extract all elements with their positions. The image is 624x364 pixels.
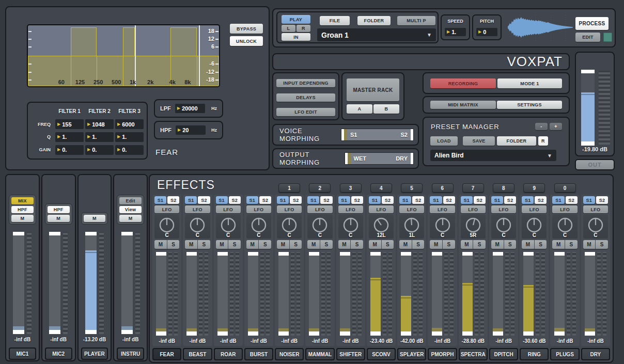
play-button[interactable]: PLAY	[282, 15, 310, 24]
s1-button[interactable]: S1	[552, 196, 564, 204]
effect-tab-ring[interactable]: RING	[520, 348, 549, 360]
folder-button[interactable]: FOLDER	[357, 16, 391, 25]
preset-reload-button[interactable]: R	[538, 136, 548, 146]
recording-button[interactable]: RECORDING	[430, 78, 496, 88]
filter-value[interactable]: ▶1048	[85, 119, 114, 129]
pan-knob[interactable]	[219, 215, 238, 234]
settings-button[interactable]: SETTINGS	[497, 101, 562, 109]
fader-handle[interactable]	[156, 331, 166, 336]
s1-button[interactable]: S1	[338, 196, 350, 204]
solo-button[interactable]: S	[596, 240, 608, 249]
eq-raised-band[interactable]	[170, 27, 197, 56]
solo-button[interactable]: S	[473, 240, 486, 249]
m-button[interactable]: M	[48, 215, 70, 222]
input-depending-button[interactable]: INPUT DEPENDING	[276, 79, 335, 87]
s2-button[interactable]: S2	[474, 196, 486, 204]
filter-value[interactable]: ▶155	[55, 119, 84, 129]
m-button[interactable]: M	[84, 215, 106, 222]
fader-handle[interactable]	[186, 331, 197, 336]
channel-left-button[interactable]: L	[282, 25, 295, 32]
pan-knob[interactable]	[524, 215, 544, 234]
channel-fader[interactable]	[554, 252, 565, 336]
filter-value[interactable]: ▶1.	[115, 132, 144, 142]
lfo-button[interactable]: LFO	[583, 205, 608, 213]
effect-tab-burst[interactable]: BURST	[244, 348, 273, 360]
m-button[interactable]: M	[119, 215, 142, 222]
process-button[interactable]: PROCESS	[575, 17, 609, 30]
channel-fader[interactable]	[217, 252, 228, 336]
channel-fader[interactable]	[523, 252, 534, 336]
mute-button[interactable]: M	[552, 240, 565, 249]
slider-handle[interactable]	[411, 153, 413, 164]
fader-handle[interactable]	[278, 331, 289, 336]
strip-number-button[interactable]: 8	[493, 183, 514, 193]
filter-value[interactable]: ▶1.	[55, 132, 84, 142]
edit-button[interactable]: Edit	[119, 197, 142, 204]
mix-button[interactable]: MIX	[11, 197, 34, 204]
pan-knob[interactable]	[402, 215, 422, 234]
solo-button[interactable]: S	[504, 240, 517, 249]
filter-value[interactable]: ▶0.	[55, 145, 84, 155]
output-fader-track[interactable]	[581, 70, 595, 146]
lfo-button[interactable]: LFO	[154, 205, 179, 213]
hpf-button[interactable]: HPF	[11, 206, 34, 213]
s2-button[interactable]: S2	[382, 196, 394, 204]
s1-button[interactable]: S1	[216, 196, 228, 204]
fader-handle[interactable]	[523, 331, 534, 336]
lfo-button[interactable]: LFO	[399, 205, 424, 213]
solo-button[interactable]: S	[228, 240, 241, 249]
speed-value[interactable]: ▶1.	[445, 28, 466, 36]
s1-button[interactable]: S1	[430, 196, 442, 204]
edit-color-swatch[interactable]	[603, 33, 612, 42]
channel-fader[interactable]	[121, 232, 133, 334]
pan-knob[interactable]	[463, 215, 483, 234]
s2-button[interactable]: S2	[259, 196, 271, 204]
s2-button[interactable]: S2	[596, 196, 608, 204]
hpf-value[interactable]: ▶20	[176, 125, 206, 135]
s1-button[interactable]: S1	[491, 196, 503, 204]
mute-button[interactable]: M	[277, 240, 289, 249]
fader-handle[interactable]	[309, 331, 319, 336]
mute-button[interactable]: M	[246, 240, 259, 249]
fader-handle[interactable]	[462, 331, 473, 336]
strip-number-button[interactable]: 1	[278, 183, 300, 193]
channel-fader[interactable]	[340, 252, 350, 336]
effect-tab-splayer[interactable]: SPLAYER	[397, 348, 426, 360]
strip-label-mic2[interactable]: MIC2	[45, 347, 72, 360]
pan-knob[interactable]	[586, 215, 605, 234]
fader-handle[interactable]	[554, 331, 565, 336]
s2-button[interactable]: S2	[290, 196, 302, 204]
effect-tab-mammal[interactable]: MAMMAL	[305, 348, 334, 360]
s2-button[interactable]: S2	[566, 196, 578, 204]
s1-button[interactable]: S1	[185, 196, 197, 204]
mute-button[interactable]: M	[154, 240, 167, 249]
multi-p-button[interactable]: MULTI P	[397, 16, 435, 25]
strip-number-button[interactable]: 4	[370, 183, 392, 193]
effect-tab-spectra[interactable]: SPECTRA	[459, 348, 488, 360]
pan-knob[interactable]	[371, 215, 391, 234]
strip-number-button[interactable]: 3	[340, 183, 362, 193]
graphic-eq-display[interactable]: 601252505001k2k4k8k18126-6-12-18	[27, 24, 220, 87]
fader-handle[interactable]	[340, 331, 350, 336]
lfo-button[interactable]: LFO	[216, 205, 241, 213]
s1-button[interactable]: S1	[154, 196, 166, 204]
solo-button[interactable]: S	[351, 240, 363, 249]
fader-handle[interactable]	[581, 141, 595, 146]
effect-tab-beast[interactable]: BEAST	[183, 348, 212, 360]
mute-button[interactable]: M	[583, 240, 596, 249]
filter-value[interactable]: ▶6000	[115, 119, 144, 129]
lfo-button[interactable]: LFO	[277, 205, 302, 213]
pan-knob[interactable]	[341, 215, 361, 234]
lfo-button[interactable]: LFO	[185, 205, 210, 213]
s1-button[interactable]: S1	[522, 196, 534, 204]
fader-handle[interactable]	[85, 330, 97, 334]
lfo-edit-button[interactable]: LFO EDIT	[276, 108, 335, 116]
channel-fader[interactable]	[186, 252, 197, 336]
mute-button[interactable]: M	[369, 240, 381, 249]
bypass-button[interactable]: BYPASS	[230, 24, 263, 34]
effect-tab-fear[interactable]: FEAR	[152, 348, 181, 360]
strip-label-player[interactable]: PLAYER	[81, 347, 108, 360]
eq-raised-band[interactable]	[123, 27, 135, 56]
pan-knob[interactable]	[433, 215, 453, 234]
effect-tab-noiser[interactable]: NOISER	[275, 348, 304, 360]
